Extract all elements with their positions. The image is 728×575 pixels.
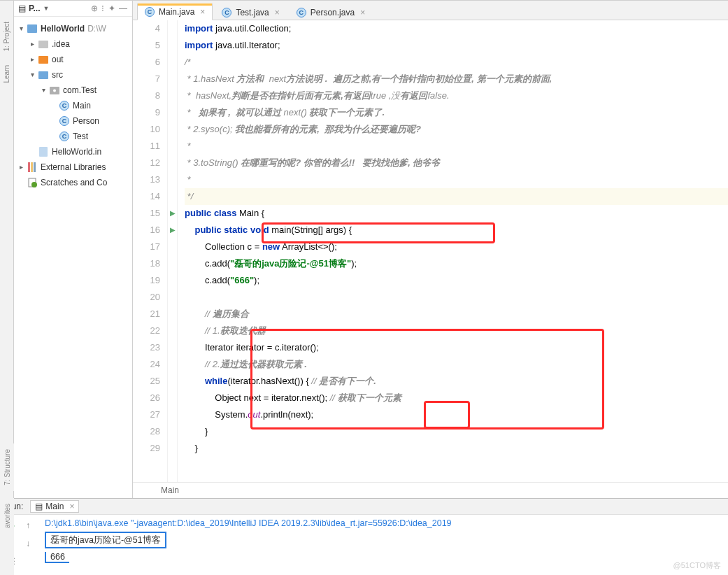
module-path: D:\W [87,21,106,36]
editor-area: C Main.java × C Test.java × C Person.jav… [133,1,728,498]
class-icon: C [222,8,231,17]
chevron-down-icon[interactable]: ▼ [43,5,49,12]
project-combo-label: P... [29,3,40,13]
svg-rect-1 [38,41,48,48]
tree-item[interactable]: C Person [17,113,132,129]
down-button[interactable]: ↓ [20,536,36,551]
tool-strip-left: 1: Project Learn [0,1,14,498]
folder-icon [38,38,49,50]
editor-tabs: C Main.java × C Test.java × C Person.jav… [133,1,728,20]
tree-label: Person [73,113,99,129]
tree-label: Scratches and Co [41,175,107,190]
editor-breadcrumb[interactable]: Main [133,482,728,498]
libraries-icon [27,162,38,173]
code-editor[interactable]: 4567891011121314151617181920212223242526… [133,20,728,482]
run-tool-window: Run: ▤ Main × ▶ ↑ ■ ↓ ☰ D:\jdk1.8\bin\ja… [0,498,728,575]
line-number-gutter: 4567891011121314151617181920212223242526… [133,20,168,482]
tree-label: src [52,67,63,83]
tree-root[interactable]: ▾ HelloWorld D:\W [17,21,132,36]
tab-structure[interactable]: 7: Structure [3,449,11,485]
tree-item[interactable]: ▸ .idea [17,36,132,52]
scratches-icon [27,177,38,188]
chevron-down-icon[interactable]: ▾ [39,83,48,98]
tree-item[interactable]: C Test [17,129,132,144]
tree-item[interactable]: ▾ com.Test [17,83,132,98]
tab-person-java[interactable]: C Person.java × [289,4,373,20]
tree-item[interactable]: Scratches and Co [17,175,132,190]
tree-item[interactable]: C Main [17,98,132,113]
close-icon[interactable]: × [275,8,280,17]
svg-rect-2 [38,56,48,64]
close-icon[interactable]: × [69,502,74,511]
class-icon: C [59,100,70,111]
watermark: @51CTO博客 [673,558,721,572]
tree-item[interactable]: ▸ out [17,52,132,67]
class-icon: C [59,115,70,127]
output-line: 666 [45,552,69,563]
tree-label: com.Test [63,83,97,98]
project-toolbar[interactable]: ⊕ ⁝ ✦ — [91,3,128,13]
chevron-down-icon[interactable]: ▾ [17,21,25,36]
package-icon [49,85,60,96]
tab-label: Person.java [311,8,355,17]
run-config-name: Main [45,502,64,511]
class-icon: C [297,8,306,17]
project-header[interactable]: ▤ P... ▼ ⊕ ⁝ ✦ — [14,1,132,17]
run-command: D:\jdk1.8\bin\java.exe "-javaagent:D:\id… [45,516,722,530]
class-icon: C [145,7,155,17]
tree-label: External Libraries [41,159,106,175]
chevron-right-icon[interactable]: ▸ [28,36,36,52]
project-tree[interactable]: ▾ HelloWorld D:\W ▸ .idea ▸ out ▾ src [14,17,132,194]
source-folder-icon [38,69,49,80]
svg-point-5 [53,89,56,92]
tab-favorites[interactable]: avorites [3,504,11,528]
project-tool-window: ▤ P... ▼ ⊕ ⁝ ✦ — ▾ HelloWorld D:\W ▸ .id… [14,1,133,498]
tree-item[interactable]: ▸ External Libraries [17,159,132,175]
run-gutter[interactable]: ▶▶ [168,20,178,482]
close-icon[interactable]: × [360,8,365,17]
svg-rect-6 [39,147,48,157]
code-content[interactable]: import java.util.Collection;import java.… [178,20,728,482]
tree-label: .idea [52,36,70,52]
tree-item[interactable]: ▾ src [17,67,132,83]
chevron-right-icon[interactable]: ▸ [28,52,36,67]
chevron-right-icon[interactable]: ▸ [17,159,25,175]
class-icon: C [59,131,70,142]
svg-rect-0 [27,24,37,33]
output-line: 磊哥的java历险记-@51博客 [45,532,166,548]
module-icon [27,23,38,34]
tab-main-java[interactable]: C Main.java × [137,3,213,20]
tab-learn[interactable]: Learn [3,65,10,83]
svg-point-8 [31,182,37,187]
run-console[interactable]: D:\jdk1.8\bin\java.exe "-javaagent:D:\id… [39,515,728,575]
close-icon[interactable]: × [200,7,205,17]
chevron-down-icon[interactable]: ▾ [28,67,36,83]
tree-item[interactable]: HelloWorld.in [17,144,132,159]
tree-label: Test [73,129,88,144]
run-config[interactable]: ▤ Main × [30,500,79,513]
tree-label: HelloWorld.in [52,144,101,159]
svg-rect-3 [38,71,48,79]
module-name: HelloWorld [41,21,85,36]
run-config-icon: ▤ [35,502,43,511]
iml-icon [38,146,49,157]
tree-label: out [52,52,64,67]
project-combo-icon: ▤ [18,3,26,13]
tab-test-java[interactable]: C Test.java × [214,4,287,20]
tree-label: Main [73,98,91,113]
tab-label: Test.java [236,8,269,17]
up-button[interactable]: ↑ [20,518,36,533]
tab-label: Main.java [159,7,194,17]
folder-icon [38,54,49,65]
tab-project[interactable]: 1: Project [3,22,10,51]
